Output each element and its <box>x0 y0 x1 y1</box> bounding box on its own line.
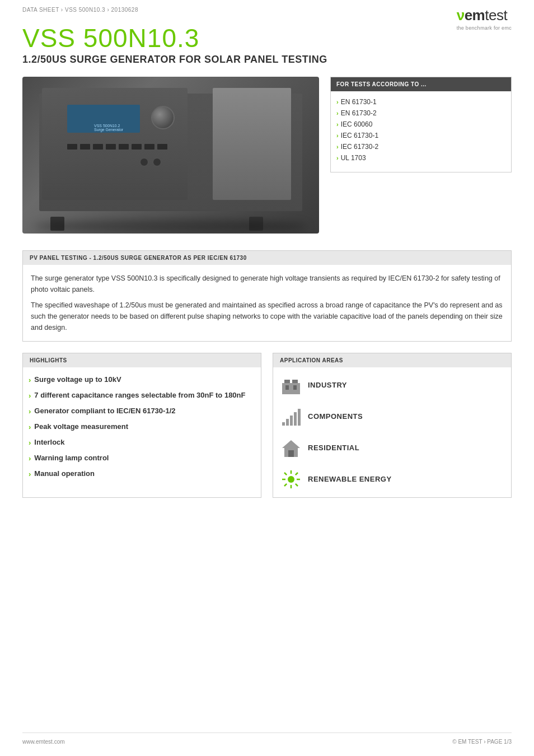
device-btn-6 <box>132 144 142 150</box>
product-subtitle: 1.2/50US SURGE GENERATOR FOR SOLAR PANEL… <box>22 54 512 66</box>
standards-item-5: › IEC 61730-2 <box>336 143 505 151</box>
svg-line-20 <box>284 483 287 486</box>
description-p1: The surge generator type VSS 500N10.3 is… <box>31 273 503 295</box>
device-btn-5 <box>119 144 129 150</box>
standards-item-1: › EN 61730-1 <box>336 98 505 106</box>
standards-item-3: › IEC 60060 <box>336 120 505 128</box>
standards-label-4: IEC 61730-1 <box>341 132 378 139</box>
device-conn-2 <box>153 158 161 166</box>
device-shadow <box>34 220 308 234</box>
highlight-arrow-3: › <box>29 407 31 416</box>
device-btn-3 <box>93 144 103 150</box>
standards-label-5: IEC 61730-2 <box>341 143 378 151</box>
arrow-icon-2: › <box>336 110 339 116</box>
highlight-label-7: Manual operation <box>34 469 95 478</box>
svg-rect-1 <box>284 380 290 383</box>
footer: www.emtest.com © EM TEST › PAGE 1/3 <box>22 732 512 745</box>
logo-tagline: the benchmark for emc <box>457 25 512 31</box>
standards-label-6: UL 1703 <box>341 154 366 162</box>
highlight-label-3: Generator compliant to IEC/EN 61730-1/2 <box>34 407 175 415</box>
device-btn-2 <box>80 144 90 150</box>
svg-line-17 <box>284 473 287 475</box>
app-label-renewable: RENEWABLE ENERGY <box>308 475 392 483</box>
svg-line-19 <box>296 473 298 475</box>
standards-content: › EN 61730-1 › EN 61730-2 › IEC 60060 › … <box>331 91 511 172</box>
standards-header: FOR TESTS ACCORDING TO ... <box>331 77 511 91</box>
breadcrumb: DATA SHEET › VSS 500N10.3 › 20130628 <box>0 0 534 13</box>
highlight-arrow-6: › <box>29 454 31 463</box>
highlight-item-3: › Generator compliant to IEC/EN 61730-1/… <box>29 407 253 416</box>
residential-icon <box>281 438 301 458</box>
highlights-header: HIGHLIGHTS <box>23 353 261 367</box>
app-label-industry: INDUSTRY <box>308 381 347 389</box>
device-image: VSS 500N10.2Surge Generator <box>22 77 319 234</box>
highlight-item-1: › Surge voltage up to 10kV <box>29 375 253 384</box>
device-buttons-row <box>67 144 167 150</box>
renewable-icon <box>281 469 301 489</box>
device-side-panel <box>213 88 291 200</box>
device-screen-text: VSS 500N10.2Surge Generator <box>94 124 123 132</box>
logo-em: em <box>465 7 485 24</box>
standards-item-4: › IEC 61730-1 <box>336 132 505 139</box>
app-areas-header: APPLICATION AREAS <box>273 353 511 367</box>
arrow-icon-5: › <box>336 143 339 150</box>
highlight-label-2: 7 different capacitance ranges selectabl… <box>34 391 245 399</box>
app-label-components: COMPONENTS <box>308 412 363 421</box>
device-front-panel: VSS 500N10.2Surge Generator <box>42 88 188 200</box>
app-item-renewable: RENEWABLE ENERGY <box>281 469 503 489</box>
device-conn-1 <box>140 158 148 166</box>
svg-rect-0 <box>282 383 300 394</box>
svg-rect-7 <box>290 416 293 426</box>
standards-label-3: IEC 60060 <box>341 120 373 128</box>
arrow-icon-4: › <box>336 132 339 139</box>
svg-rect-11 <box>288 450 294 457</box>
logo: νemtest the benchmark for emc <box>457 7 512 31</box>
highlight-arrow-7: › <box>29 470 31 478</box>
app-item-industry: INDUSTRY <box>281 375 503 395</box>
highlight-arrow-1: › <box>29 376 31 384</box>
highlights-content: › Surge voltage up to 10kV › 7 different… <box>23 367 261 493</box>
description-text: The surge generator type VSS 500N10.3 is… <box>23 265 511 341</box>
industry-icon <box>281 375 301 395</box>
highlight-item-6: › Warning lamp control <box>29 454 253 463</box>
app-item-residential: RESIDENTIAL <box>281 438 503 458</box>
highlight-label-5: Interlock <box>34 438 64 446</box>
highlight-label-6: Warning lamp control <box>34 454 109 462</box>
highlight-label-1: Surge voltage up to 10kV <box>34 375 121 384</box>
description-section: PV PANEL TESTING - 1.2/50US SURGE GENERA… <box>22 250 512 342</box>
app-label-residential: RESIDENTIAL <box>308 444 359 452</box>
svg-rect-6 <box>286 419 289 426</box>
highlight-label-4: Peak voltage measurement <box>34 422 128 431</box>
app-item-components: COMPONENTS <box>281 407 503 427</box>
svg-rect-2 <box>292 380 298 383</box>
image-row: VSS 500N10.2Surge Generator FOR TE <box>0 66 534 234</box>
device-btn-4 <box>106 144 116 150</box>
device-screen: VSS 500N10.2Surge Generator <box>67 105 140 133</box>
standards-item-6: › UL 1703 <box>336 154 505 162</box>
highlight-item-4: › Peak voltage measurement <box>29 422 253 431</box>
highlights-box: HIGHLIGHTS › Surge voltage up to 10kV › … <box>22 353 261 498</box>
description-header: PV PANEL TESTING - 1.2/50US SURGE GENERA… <box>23 251 511 265</box>
standards-label-1: EN 61730-1 <box>341 98 377 106</box>
app-areas-box: APPLICATION AREAS INDUSTRY <box>273 353 512 498</box>
svg-point-12 <box>288 476 294 483</box>
svg-rect-8 <box>294 412 297 426</box>
logo-symbol: ν <box>457 7 465 24</box>
highlight-item-2: › 7 different capacitance ranges selecta… <box>29 391 253 400</box>
footer-website: www.emtest.com <box>22 739 65 745</box>
description-p2: The specified waveshape of 1.2/50us must… <box>31 300 503 333</box>
svg-rect-5 <box>282 422 285 426</box>
svg-rect-4 <box>293 385 297 390</box>
device-connectors <box>140 158 161 166</box>
device-btn-8 <box>157 144 167 150</box>
highlight-arrow-5: › <box>29 438 31 447</box>
logo-test-word: test <box>485 7 507 24</box>
logo-text: νemtest <box>457 7 512 24</box>
arrow-icon-6: › <box>336 155 339 161</box>
standards-box: FOR TESTS ACCORDING TO ... › EN 61730-1 … <box>330 77 512 172</box>
highlight-item-7: › Manual operation <box>29 469 253 478</box>
bottom-row: HIGHLIGHTS › Surge voltage up to 10kV › … <box>0 342 534 498</box>
device-btn-1 <box>67 144 77 150</box>
highlight-item-5: › Interlock <box>29 438 253 447</box>
footer-copyright: © EM TEST › PAGE 1/3 <box>452 739 512 745</box>
